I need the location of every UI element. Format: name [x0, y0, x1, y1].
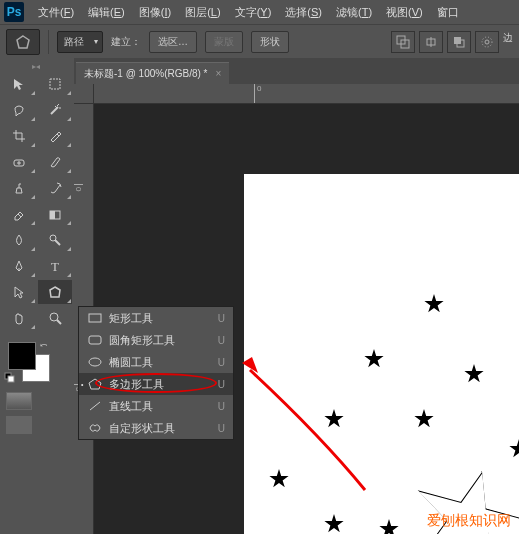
ruler-corner[interactable]	[74, 84, 94, 104]
menu-text[interactable]: 文字(Y)	[229, 3, 278, 22]
svg-marker-0	[17, 36, 29, 48]
svg-line-30	[90, 402, 100, 410]
menu-select[interactable]: 选择(S)	[279, 3, 328, 22]
tab-bar: 未标题-1 @ 100%(RGB/8) * ×	[74, 58, 519, 84]
eraser-tool[interactable]	[2, 202, 36, 226]
screen-mode-button[interactable]	[6, 416, 32, 434]
star-shape	[379, 519, 399, 534]
flyout-polygon[interactable]: 多边形工具 U	[79, 373, 233, 395]
crop-tool[interactable]	[2, 124, 36, 148]
document-area: 未标题-1 @ 100%(RGB/8) * × 0 0 5	[74, 58, 519, 534]
line-icon	[87, 398, 103, 414]
polygon-icon	[87, 376, 103, 392]
polygon-icon	[15, 34, 31, 50]
menu-image[interactable]: 图像(I)	[133, 3, 177, 22]
hand-tool[interactable]	[2, 306, 36, 330]
ellipse-icon	[87, 354, 103, 370]
svg-marker-29	[89, 379, 101, 389]
dodge-tool[interactable]	[38, 228, 72, 252]
flyout-ellipse[interactable]: 椭圆工具 U	[79, 351, 233, 373]
pen-tool[interactable]	[2, 254, 36, 278]
make-selection-button[interactable]: 选区…	[149, 31, 197, 53]
star-shape	[414, 409, 434, 429]
blur-tool[interactable]	[2, 228, 36, 252]
flyout-line[interactable]: 直线工具 U	[79, 395, 233, 417]
arrange-icon[interactable]	[447, 31, 471, 53]
sides-label: 边	[503, 31, 513, 53]
align-icon[interactable]	[419, 31, 443, 53]
foreground-color[interactable]	[8, 342, 36, 370]
star-shape	[364, 349, 384, 369]
svg-point-28	[89, 358, 101, 366]
canvas[interactable]	[244, 174, 519, 534]
make-mask-button[interactable]: 蒙版	[205, 31, 243, 53]
svg-text:T: T	[51, 259, 59, 273]
star-shape	[424, 294, 444, 314]
quick-mask-button[interactable]	[6, 392, 32, 410]
panel-drag-handle[interactable]: ▸◂	[2, 62, 70, 70]
clone-stamp-tool[interactable]	[2, 176, 36, 200]
svg-line-22	[57, 320, 61, 324]
brush-tool[interactable]	[38, 150, 72, 174]
menu-view[interactable]: 视图(V)	[380, 3, 429, 22]
ruler-horizontal[interactable]: 0	[94, 84, 519, 104]
magic-wand-tool[interactable]	[38, 98, 72, 122]
type-tool[interactable]: T	[38, 254, 72, 278]
options-bar: 路径 建立： 选区… 蒙版 形状 边	[0, 24, 519, 58]
svg-line-10	[51, 107, 58, 114]
custom-shape-icon	[87, 420, 103, 436]
move-tool[interactable]	[2, 72, 36, 96]
menu-layer[interactable]: 图层(L)	[179, 3, 226, 22]
path-mode-dropdown[interactable]: 路径	[57, 31, 103, 53]
menu-edit[interactable]: 编辑(E)	[82, 3, 131, 22]
star-shape	[269, 469, 289, 489]
flyout-rectangle[interactable]: 矩形工具 U	[79, 307, 233, 329]
close-icon[interactable]: ×	[216, 68, 222, 79]
gradient-tool[interactable]	[38, 202, 72, 226]
document-tab[interactable]: 未标题-1 @ 100%(RGB/8) * ×	[76, 62, 229, 84]
marquee-tool[interactable]	[38, 72, 72, 96]
main-menu: 文件(F) 编辑(E) 图像(I) 图层(L) 文字(Y) 选择(S) 滤镜(T…	[32, 3, 465, 22]
swap-colors-icon[interactable]: ⤺	[40, 340, 48, 350]
svg-point-8	[482, 37, 492, 47]
menu-filter[interactable]: 滤镜(T)	[330, 3, 378, 22]
path-ops-icon[interactable]	[391, 31, 415, 53]
eyedropper-tool[interactable]	[38, 124, 72, 148]
screen-mode-row	[2, 416, 72, 434]
flyout-rounded-rectangle[interactable]: 圆角矩形工具 U	[79, 329, 233, 351]
star-shape	[464, 364, 484, 384]
menu-file[interactable]: 文件(F)	[32, 3, 80, 22]
rectangle-icon	[87, 310, 103, 326]
rounded-rectangle-icon	[87, 332, 103, 348]
tab-title: 未标题-1 @ 100%(RGB/8) *	[84, 67, 208, 81]
history-brush-tool[interactable]	[38, 176, 72, 200]
divider	[48, 30, 49, 54]
path-select-tool[interactable]	[2, 280, 36, 304]
star-shape	[324, 409, 344, 429]
svg-rect-27	[89, 336, 101, 344]
gear-icon[interactable]	[475, 31, 499, 53]
watermark-text: 爱刨根知识网	[427, 512, 511, 530]
tool-preset-button[interactable]	[6, 29, 40, 55]
create-label: 建立：	[111, 35, 141, 49]
star-shape	[324, 514, 344, 534]
svg-point-7	[485, 40, 489, 44]
color-swatches: ⤺	[2, 340, 72, 386]
svg-rect-24	[8, 376, 14, 382]
menu-window[interactable]: 窗口	[431, 3, 465, 22]
svg-rect-16	[50, 211, 55, 219]
quick-mask-row	[2, 392, 72, 410]
titlebar: Ps 文件(F) 编辑(E) 图像(I) 图层(L) 文字(Y) 选择(S) 滤…	[0, 0, 519, 24]
lasso-tool[interactable]	[2, 98, 36, 122]
star-shape	[509, 439, 519, 459]
tool-panel: ▸◂ T ⤺	[0, 58, 74, 534]
healing-brush-tool[interactable]	[2, 150, 36, 174]
zoom-tool[interactable]	[38, 306, 72, 330]
default-colors-icon[interactable]	[4, 372, 16, 384]
make-shape-button[interactable]: 形状	[251, 31, 289, 53]
shape-tool[interactable]	[38, 280, 72, 304]
shape-tool-flyout: 矩形工具 U 圆角矩形工具 U 椭圆工具 U 多边形工具 U 直线工具 U 自定…	[78, 306, 234, 440]
svg-rect-9	[50, 79, 60, 89]
flyout-custom-shape[interactable]: 自定形状工具 U	[79, 417, 233, 439]
ps-logo-icon: Ps	[4, 2, 24, 22]
